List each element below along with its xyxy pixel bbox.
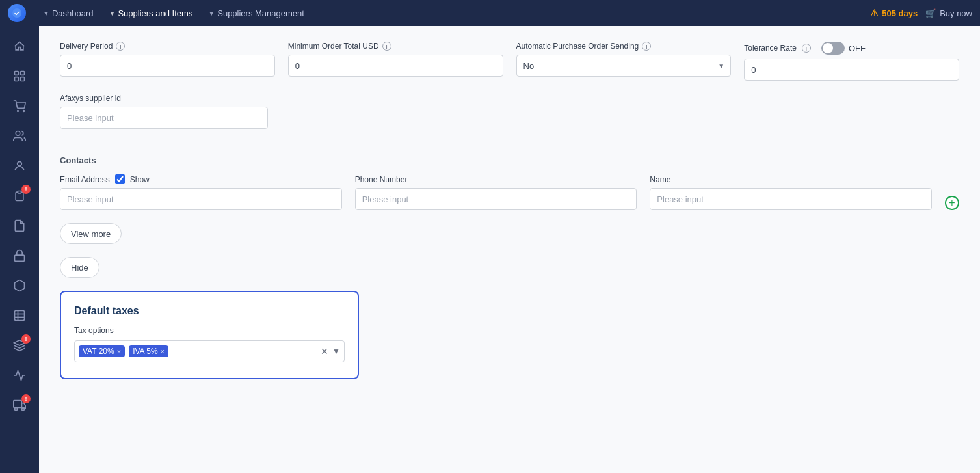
form-row-afaxys: Afaxys supplier id	[60, 94, 268, 129]
tax-tag-iva5: IVA 5% ×	[129, 345, 168, 357]
auto-purchase-select-wrapper: No Yes	[516, 55, 732, 77]
suppliers-chevron: ▼	[109, 10, 116, 17]
tax-tag-vat20-close[interactable]: ×	[117, 347, 121, 355]
contacts-section: Contacts Email Address Show Phone Number	[60, 142, 959, 210]
nav-items: ▼ Dashboard ▼ Suppliers and Items ▼ Supp…	[36, 6, 870, 21]
cart-icon-nav: 🛒	[925, 8, 936, 18]
sidebar-item-inventory[interactable]	[6, 272, 33, 299]
tolerance-toggle-wrapper: OFF	[821, 42, 866, 55]
tolerance-rate-field: Tolerance Rate i OFF	[744, 42, 959, 81]
delivery-period-input[interactable]	[60, 55, 275, 77]
tolerance-label-row: Tolerance Rate i OFF	[744, 42, 959, 55]
warning-days: 505 days	[882, 8, 918, 18]
sidebar-item-people[interactable]	[6, 152, 33, 180]
nav-suppliers-items-label: Suppliers and Items	[118, 8, 192, 18]
email-show-label: Show	[130, 175, 150, 184]
email-show-checkbox[interactable]	[115, 174, 125, 184]
svg-point-5	[18, 111, 19, 112]
tax-tags-actions: ✕ ▼	[321, 346, 340, 357]
sidebar-item-layers[interactable]: !	[6, 332, 33, 359]
hide-buttons-row: Hide	[60, 257, 959, 278]
form-row-1: Delivery Period i Minimum Order Total US…	[60, 42, 959, 81]
nav-suppliers-management-label: Suppliers Management	[217, 8, 304, 18]
tax-tag-iva5-close[interactable]: ×	[161, 347, 165, 355]
app-logo[interactable]	[8, 4, 26, 22]
svg-rect-16	[14, 401, 21, 408]
tolerance-input[interactable]	[744, 59, 959, 81]
auto-purchase-label: Automatic Purchase Order Sending i	[516, 42, 732, 51]
warning-badge[interactable]: ⚠ 505 days	[870, 8, 918, 18]
name-input[interactable]	[650, 188, 932, 210]
tax-options-label: Tax options	[74, 326, 345, 335]
buy-now-label: Buy now	[940, 8, 972, 18]
afaxys-input[interactable]	[60, 107, 268, 129]
shipping-badge: !	[21, 394, 31, 403]
afaxys-label: Afaxys supplier id	[60, 94, 268, 103]
auto-purchase-select[interactable]: No Yes	[516, 55, 732, 77]
delivery-period-info-icon[interactable]: i	[116, 42, 125, 51]
svg-rect-1	[15, 72, 19, 75]
contacts-row: Email Address Show Phone Number Name	[60, 174, 959, 210]
auto-purchase-info-icon[interactable]: i	[642, 42, 651, 51]
sidebar-item-shipping[interactable]: !	[6, 392, 33, 419]
sidebar-item-users[interactable]	[6, 122, 33, 150]
svg-point-0	[12, 8, 21, 18]
svg-point-18	[21, 407, 24, 410]
name-label: Name	[650, 175, 932, 184]
tax-tags-container[interactable]: VAT 20% × IVA 5% × ✕ ▼	[74, 340, 345, 362]
warning-icon: ⚠	[870, 8, 879, 18]
phone-label: Phone Number	[355, 175, 637, 184]
tolerance-toggle[interactable]	[821, 42, 845, 55]
tolerance-info-icon[interactable]: i	[802, 44, 811, 53]
svg-point-17	[15, 407, 18, 410]
nav-dashboard[interactable]: ▼ Dashboard	[36, 6, 100, 21]
tax-tag-vat20: VAT 20% ×	[79, 345, 125, 357]
tolerance-toggle-label: OFF	[849, 44, 866, 53]
default-taxes-box: Default taxes Tax options VAT 20% × IVA …	[60, 291, 359, 379]
svg-rect-9	[18, 191, 21, 193]
min-order-info-icon[interactable]: i	[382, 42, 391, 51]
top-navigation: ▼ Dashboard ▼ Suppliers and Items ▼ Supp…	[0, 0, 980, 26]
sidebar-item-analytics[interactable]	[6, 362, 33, 389]
tax-tag-vat20-label: VAT 20%	[83, 347, 114, 356]
add-contact-button[interactable]: +	[945, 196, 959, 210]
delivery-period-label: Delivery Period i	[60, 42, 275, 51]
nav-suppliers-management[interactable]: ▼ Suppliers Management	[202, 6, 311, 21]
contacts-heading: Contacts	[60, 155, 959, 165]
min-order-label: Minimum Order Total USD i	[288, 42, 503, 51]
tax-clear-button[interactable]: ✕	[321, 346, 328, 357]
sidebar-item-clipboard[interactable]: !	[6, 182, 33, 209]
nav-suppliers-items[interactable]: ▼ Suppliers and Items	[103, 6, 200, 21]
dashboard-chevron: ▼	[43, 10, 49, 17]
hide-button[interactable]: Hide	[60, 257, 99, 278]
sidebar-item-reports[interactable]	[6, 62, 33, 90]
min-order-field: Minimum Order Total USD i	[288, 42, 503, 77]
phone-input[interactable]	[355, 188, 637, 210]
sidebar-item-home[interactable]	[6, 33, 33, 60]
tax-dropdown-chevron[interactable]: ▼	[332, 347, 340, 356]
layers-badge: !	[21, 334, 31, 344]
email-input[interactable]	[60, 188, 342, 210]
svg-rect-4	[21, 77, 25, 81]
delivery-period-field: Delivery Period i	[60, 42, 275, 77]
afaxys-field: Afaxys supplier id	[60, 94, 268, 129]
svg-rect-2	[21, 72, 25, 75]
sidebar-item-documents[interactable]	[6, 212, 33, 239]
sidebar-item-security[interactable]	[6, 242, 33, 269]
svg-point-8	[18, 161, 22, 166]
nav-right: ⚠ 505 days 🛒 Buy now	[870, 8, 972, 18]
sidebar-item-catalog[interactable]	[6, 302, 33, 329]
svg-rect-11	[15, 311, 25, 321]
buy-now-button[interactable]: 🛒 Buy now	[925, 8, 972, 18]
nav-dashboard-label: Dashboard	[52, 8, 94, 18]
action-buttons-row: View more	[60, 223, 959, 244]
sidebar-item-orders[interactable]	[6, 92, 33, 120]
phone-field: Phone Number	[355, 175, 637, 210]
view-more-button[interactable]: View more	[60, 223, 122, 244]
svg-point-6	[23, 111, 25, 112]
main-content: Delivery Period i Minimum Order Total US…	[39, 26, 980, 473]
email-label-row: Email Address Show	[60, 174, 342, 184]
min-order-input[interactable]	[288, 55, 503, 77]
svg-point-7	[16, 131, 20, 136]
svg-rect-3	[15, 77, 19, 81]
